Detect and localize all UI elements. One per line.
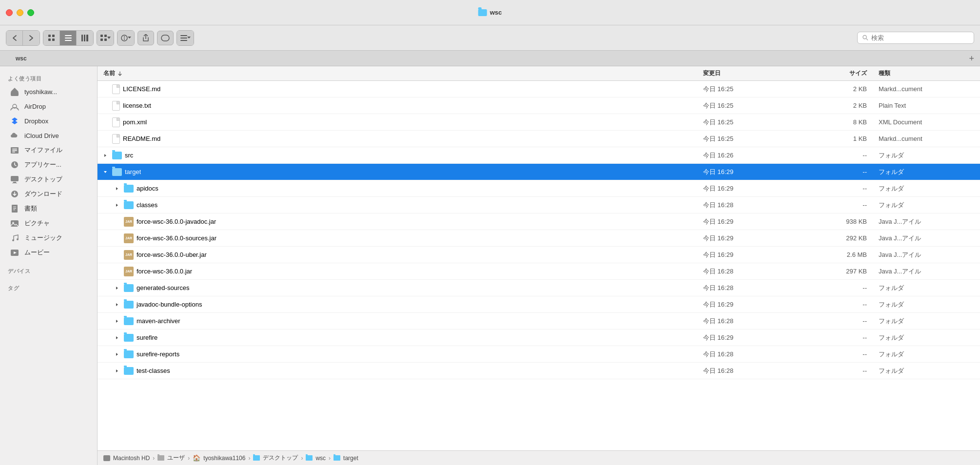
- table-row[interactable]: JAR force-wsc-36.0.0.jar 今日 16:28 297 KB…: [98, 263, 980, 280]
- file-kind: XML Document: [873, 118, 980, 126]
- sidebar-item-dropbox[interactable]: Dropbox: [2, 114, 95, 128]
- file-name-cell: generated-sources: [98, 284, 697, 292]
- svg-point-15: [124, 36, 125, 37]
- doc-file-icon: [112, 101, 120, 111]
- file-name-cell: apidocs: [98, 185, 697, 193]
- file-size: --: [795, 367, 873, 374]
- table-row[interactable]: target 今日 16:29 -- フォルダ: [98, 164, 980, 180]
- col-date-header[interactable]: 変更日: [697, 69, 795, 78]
- table-row[interactable]: JAR force-wsc-36.0.0-uber.jar 今日 16:29 2…: [98, 247, 980, 263]
- breadcrumb-item-home_folder[interactable]: 🏠 tyoshikawa1106: [193, 454, 245, 462]
- expand-button[interactable]: [113, 284, 121, 292]
- table-row[interactable]: pom.xml 今日 16:25 8 KB XML Document: [98, 114, 980, 131]
- minimize-button[interactable]: [17, 9, 23, 16]
- jar-file-icon: JAR: [124, 267, 134, 276]
- share-button[interactable]: [137, 31, 154, 45]
- file-name-text: README.md: [123, 135, 160, 142]
- table-row[interactable]: README.md 今日 16:25 1 KB Markd...cument: [98, 131, 980, 147]
- svg-rect-13: [104, 39, 107, 41]
- forward-button[interactable]: [23, 31, 39, 45]
- table-row[interactable]: surefire 今日 16:29 -- フォルダ: [98, 329, 980, 346]
- file-name-text: force-wsc-36.0.0-uber.jar: [137, 251, 207, 258]
- breadcrumb-separator: ›: [301, 455, 303, 462]
- view-icon-button[interactable]: [43, 31, 60, 45]
- icloud-icon: [10, 131, 20, 140]
- expand-button[interactable]: [113, 301, 121, 309]
- table-row[interactable]: src 今日 16:26 -- フォルダ: [98, 147, 980, 164]
- table-row[interactable]: LICENSE.md 今日 16:25 2 KB Markd...cument: [98, 81, 980, 97]
- svg-point-17: [124, 39, 125, 40]
- search-bar[interactable]: [857, 32, 974, 44]
- tab-wsc[interactable]: wsc: [8, 55, 35, 62]
- breadcrumb-item-target_folder[interactable]: target: [333, 455, 358, 462]
- sidebar-item-icloud[interactable]: iCloud Drive: [2, 128, 95, 143]
- file-date: 今日 16:28: [697, 201, 795, 210]
- file-date: 今日 16:28: [697, 284, 795, 292]
- maximize-button[interactable]: [27, 9, 34, 16]
- expand-button[interactable]: [113, 367, 121, 375]
- file-kind: フォルダ: [873, 168, 980, 176]
- table-row[interactable]: JAR force-wsc-36.0.0-sources.jar 今日 16:2…: [98, 230, 980, 247]
- table-row[interactable]: surefire-reports 今日 16:28 -- フォルダ: [98, 346, 980, 363]
- sidebar-item-tyoshikaw[interactable]: tyoshikaw...: [2, 84, 95, 99]
- view-group-button[interactable]: [97, 31, 114, 45]
- col-size-header[interactable]: サイズ: [795, 69, 873, 78]
- expand-button[interactable]: [101, 168, 109, 176]
- table-row[interactable]: test-classes 今日 16:28 -- フォルダ: [98, 363, 980, 379]
- sidebar-label-dropbox: Dropbox: [24, 117, 48, 125]
- table-row[interactable]: generated-sources 今日 16:28 -- フォルダ: [98, 280, 980, 296]
- expand-button[interactable]: [113, 317, 121, 325]
- svg-rect-34: [13, 182, 16, 183]
- breadcrumb-item-hdd[interactable]: Macintosh HD: [103, 455, 150, 462]
- sidebar-label-airdrop: AirDrop: [24, 103, 46, 110]
- close-button[interactable]: [6, 9, 13, 16]
- col-kind-header[interactable]: 種類: [873, 69, 980, 78]
- table-row[interactable]: maven-archiver 今日 16:28 -- フォルダ: [98, 313, 980, 329]
- expand-button[interactable]: [113, 201, 121, 209]
- add-tab-button[interactable]: +: [969, 54, 974, 63]
- svg-line-23: [866, 39, 868, 40]
- action-button[interactable]: [118, 31, 134, 45]
- expand-button[interactable]: [101, 152, 109, 159]
- sidebar-item-apps[interactable]: アプリケー...: [2, 157, 95, 172]
- file-size: 2 KB: [795, 85, 873, 93]
- sidebar-item-desktop[interactable]: デスクトップ: [2, 172, 95, 187]
- table-row[interactable]: license.txt 今日 16:25 2 KB Plain Text: [98, 97, 980, 114]
- sidebar-item-movies[interactable]: ムービー: [2, 245, 95, 260]
- svg-point-44: [17, 238, 19, 240]
- sidebar-item-music[interactable]: ミュージック: [2, 231, 95, 245]
- file-kind: フォルダ: [873, 333, 980, 342]
- svg-point-16: [124, 38, 125, 39]
- tags-label: タグ: [0, 282, 97, 294]
- view-list-button[interactable]: [60, 31, 77, 45]
- breadcrumb-item-user_folder[interactable]: ユーザ: [157, 454, 185, 462]
- expand-button[interactable]: [113, 334, 121, 342]
- expand-button[interactable]: [113, 350, 121, 358]
- sidebar-item-downloads[interactable]: ダウンロード: [2, 187, 95, 201]
- expand-button[interactable]: [113, 185, 121, 193]
- file-kind: Markd...cument: [873, 85, 980, 93]
- svg-rect-5: [65, 38, 72, 39]
- breadcrumb-item-desktop_folder[interactable]: デスクトップ: [253, 454, 298, 462]
- file-date: 今日 16:29: [697, 251, 795, 259]
- file-size: --: [795, 185, 873, 192]
- view-column-button[interactable]: [77, 31, 93, 45]
- sort-button[interactable]: [177, 31, 194, 45]
- search-input[interactable]: [871, 34, 969, 41]
- view-buttons: [43, 30, 94, 46]
- col-name-header[interactable]: 名前: [98, 69, 697, 78]
- tag-button[interactable]: [157, 31, 174, 45]
- svg-rect-8: [84, 35, 85, 41]
- table-row[interactable]: classes 今日 16:28 -- フォルダ: [98, 197, 980, 213]
- breadcrumb-item-wsc_folder[interactable]: wsc: [306, 455, 326, 462]
- sidebar-item-pictures[interactable]: ピクチャ: [2, 216, 95, 231]
- svg-rect-3: [52, 39, 55, 41]
- sidebar-item-airdrop[interactable]: AirDrop: [2, 99, 95, 114]
- myfiles-icon: [10, 145, 20, 155]
- table-row[interactable]: JAR force-wsc-36.0.0-javadoc.jar 今日 16:2…: [98, 213, 980, 230]
- sidebar-item-myfiles[interactable]: マイファイル: [2, 143, 95, 157]
- table-row[interactable]: apidocs 今日 16:29 -- フォルダ: [98, 180, 980, 197]
- sidebar-item-documents[interactable]: 書類: [2, 201, 95, 216]
- table-row[interactable]: javadoc-bundle-options 今日 16:29 -- フォルダ: [98, 296, 980, 313]
- back-button[interactable]: [6, 31, 23, 45]
